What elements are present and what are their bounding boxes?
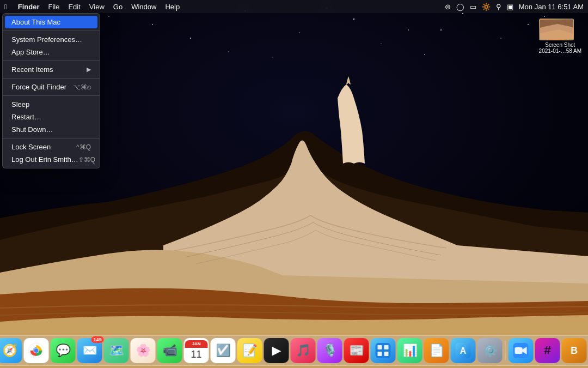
menubar-edit[interactable]: Edit <box>68 3 80 11</box>
screenshot-icon[interactable]: ▣ <box>507 3 513 11</box>
menu-separator-5 <box>3 138 100 138</box>
svg-point-17 <box>544 16 545 17</box>
mail-badge: 149 <box>91 336 103 343</box>
svg-rect-40 <box>515 347 523 354</box>
menu-item-shutdown[interactable]: Shut Down… <box>3 123 100 136</box>
lock-screen-label: Lock Screen <box>11 143 51 151</box>
shutdown-label: Shut Down… <box>11 125 53 134</box>
menubar-finder[interactable]: Finder <box>18 3 40 11</box>
dock-item-news[interactable]: 📰 <box>344 338 369 363</box>
dock-item-facetime[interactable]: 📹 <box>157 338 182 363</box>
menubar-datetime: Mon Jan 11 6:51 AM <box>519 3 584 11</box>
dock-item-pages[interactable]: 📄 <box>424 338 449 363</box>
bluetooth-icon[interactable]: ◯ <box>456 3 464 11</box>
dock-item-slack[interactable]: # <box>535 338 560 363</box>
svg-point-20 <box>424 54 425 55</box>
app-store-label: App Store… <box>11 48 50 56</box>
menubar-window[interactable]: Window <box>131 3 156 11</box>
wifi-signal-icon[interactable]: 🔆 <box>482 3 491 11</box>
dock-item-safari[interactable]: 🧭 <box>0 338 22 363</box>
apple-dropdown-menu: About This Mac System Preferences… App S… <box>2 13 100 168</box>
menu-separator-4 <box>3 95 100 96</box>
recent-items-label: Recent Items <box>11 65 53 74</box>
screenshot-date: 2021-01-…58 AM <box>539 48 581 54</box>
svg-point-6 <box>353 19 354 20</box>
wifi-icon[interactable]: ⊜ <box>445 3 451 11</box>
screenshot-name: Screen Shot <box>539 42 581 48</box>
dock-item-notes[interactable]: 📝 <box>237 338 262 363</box>
dock-item-grids[interactable] <box>371 338 396 363</box>
desktop:  Finder File Edit View Go Window Help ⊜… <box>0 0 588 368</box>
dock-item-chrome[interactable] <box>24 338 49 363</box>
dock-item-music[interactable]: 🎵 <box>291 338 316 363</box>
system-preferences-label: System Preferences… <box>11 35 82 44</box>
svg-point-16 <box>440 29 442 31</box>
dock-separator <box>505 341 506 360</box>
menu-item-force-quit[interactable]: Force Quit Finder ⌥⌘⎋ <box>3 81 100 93</box>
svg-point-2 <box>108 16 109 17</box>
menu-item-restart[interactable]: Restart… <box>3 111 100 123</box>
dock-item-reminders[interactable]: ☑️ <box>211 338 236 363</box>
dock-item-mail[interactable]: ✉️ 149 <box>77 338 102 363</box>
svg-point-7 <box>408 29 409 31</box>
svg-rect-32 <box>376 343 391 358</box>
svg-point-5 <box>299 32 300 33</box>
svg-rect-33 <box>378 345 382 349</box>
restart-label: Restart… <box>11 113 41 121</box>
menu-item-appstore[interactable]: App Store… <box>3 46 100 58</box>
svg-point-3 <box>190 38 191 39</box>
menu-item-sleep[interactable]: Sleep <box>3 98 100 111</box>
dock-item-photos[interactable]: 🌸 <box>131 338 156 363</box>
svg-point-13 <box>228 51 229 52</box>
svg-rect-35 <box>378 352 382 356</box>
dock-item-messages[interactable]: 💬 <box>51 338 76 363</box>
svg-point-10 <box>528 24 529 25</box>
menu-separator-2 <box>3 61 100 61</box>
screenshot-preview <box>539 19 574 40</box>
apple-menu-button[interactable]:  <box>4 3 7 11</box>
menubar-left:  Finder File Edit View Go Window Help <box>4 3 180 11</box>
dock-item-numbers[interactable]: 📊 <box>397 338 422 363</box>
menubar-right: ⊜ ◯ ▭ 🔆 ⚲ ▣ Mon Jan 11 6:51 AM <box>445 3 584 11</box>
svg-rect-36 <box>384 352 389 356</box>
menu-separator-3 <box>3 78 100 79</box>
dock-item-appletv[interactable]: ▶ <box>264 338 289 363</box>
menu-item-sysprefs[interactable]: System Preferences… <box>3 33 100 46</box>
dock-item-calendar[interactable]: JAN 11 <box>184 338 209 363</box>
dock: 🚀 🧭 💬 ✉️ 149 <box>0 335 588 366</box>
menubar-help[interactable]: Help <box>165 3 180 11</box>
svg-point-31 <box>34 348 39 353</box>
svg-point-12 <box>152 24 153 25</box>
dock-item-maps[interactable]: 🗺️ <box>104 338 129 363</box>
menubar-view[interactable]: View <box>89 3 105 11</box>
lock-screen-shortcut: ^⌘Q <box>76 143 91 151</box>
svg-point-8 <box>462 13 463 14</box>
force-quit-label: Force Quit Finder <box>11 83 66 91</box>
menu-item-about[interactable]: About This Mac <box>5 16 97 28</box>
dock-item-appstore[interactable]: A <box>451 338 476 363</box>
about-this-mac-label: About This Mac <box>11 18 60 26</box>
menubar:  Finder File Edit View Go Window Help ⊜… <box>0 0 588 13</box>
dock-item-zoom[interactable] <box>509 338 534 363</box>
search-icon[interactable]: ⚲ <box>496 3 501 11</box>
menu-separator-1 <box>3 31 100 31</box>
force-quit-shortcut: ⌥⌘⎋ <box>73 83 91 91</box>
svg-point-9 <box>500 38 501 39</box>
logout-shortcut: ⇧⌘Q <box>78 156 95 164</box>
svg-text:A: A <box>460 346 467 355</box>
menu-item-recent-items[interactable]: Recent Items ▶ <box>3 63 100 76</box>
dock-item-podcasts[interactable]: 🎙️ <box>317 338 342 363</box>
svg-point-15 <box>381 43 381 44</box>
menu-item-logout[interactable]: Log Out Erin Smith… ⇧⌘Q <box>3 153 100 166</box>
menu-item-lock-screen[interactable]: Lock Screen ^⌘Q <box>3 141 100 153</box>
logout-label: Log Out Erin Smith… <box>11 155 78 164</box>
menubar-file[interactable]: File <box>48 3 59 11</box>
svg-rect-34 <box>384 345 389 349</box>
dock-item-sysprefs[interactable]: ⚙️ <box>477 338 503 363</box>
svg-point-19 <box>272 57 272 57</box>
dock-item-browserstack[interactable]: B <box>562 338 587 363</box>
battery-icon[interactable]: ▭ <box>470 3 476 11</box>
menubar-go[interactable]: Go <box>113 3 122 11</box>
screenshot-thumbnail[interactable]: Screen Shot 2021-01-…58 AM <box>539 19 581 54</box>
sleep-label: Sleep <box>11 100 29 108</box>
